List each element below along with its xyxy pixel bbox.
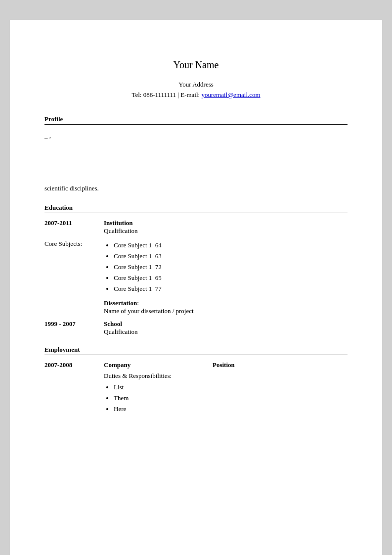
edu-qualification-0: Qualification <box>104 227 348 235</box>
employment-entry-0: 2007-2008 Company Position Duties & Resp… <box>44 361 348 415</box>
employment-divider <box>44 355 348 355</box>
header-section: Your Name Your Address Tel: 086-1111111 … <box>44 59 348 100</box>
resume-page: Your Name Your Address Tel: 086-1111111 … <box>10 20 382 555</box>
subject-item-0: Core Subject 1 64 <box>114 240 348 251</box>
subject-item-4: Core Subject 1 77 <box>114 283 348 294</box>
emp-years-0: 2007-2008 <box>44 361 104 415</box>
profile-title: Profile <box>44 115 348 123</box>
education-entry-1: 1999 - 2007 School Qualification <box>44 320 348 336</box>
edu-institution-1: School <box>104 320 348 328</box>
dissertation-name: Name of your dissertation / project <box>104 307 348 315</box>
education-divider <box>44 213 348 213</box>
profile-section: Profile _ , scientific disciplines. <box>44 115 348 194</box>
profile-line2 <box>44 143 348 154</box>
name-heading: Your Name <box>44 59 348 71</box>
emp-company-0: Company <box>104 361 213 369</box>
profile-line3 <box>44 157 348 167</box>
edu-details-0: Institution Qualification <box>104 219 348 235</box>
emp-header-row-0: Company Position <box>104 361 348 369</box>
education-title: Education <box>44 204 348 212</box>
dissertation-label: Dissertation <box>104 299 137 307</box>
address-line: Your Address <box>44 80 348 90</box>
employment-section: Employment 2007-2008 Company Position Du… <box>44 346 348 415</box>
duty-item-2: Here <box>114 404 348 415</box>
profile-line4 <box>44 170 348 181</box>
edu-years-0: 2007-2011 <box>44 219 104 235</box>
edu-institution-0: Institution <box>104 219 348 227</box>
subject-item-1: Core Subject 1 63 <box>114 251 348 262</box>
dissertation-colon: : <box>137 299 139 307</box>
core-subjects-label: Core Subjects: <box>44 240 104 294</box>
core-subjects-row: Core Subjects: Core Subject 1 64 Core Su… <box>44 240 348 294</box>
education-entry-0: 2007-2011 Institution Qualification <box>44 219 348 235</box>
profile-line5: scientific disciplines. <box>44 184 348 194</box>
edu-details-1: School Qualification <box>104 320 348 336</box>
duties-list-0: List Them Here <box>104 382 348 415</box>
duty-item-1: Them <box>114 393 348 404</box>
edu-qualification-1: Qualification <box>104 328 348 336</box>
contact-line: Tel: 086-1111111 | E-mail: youremail@ema… <box>44 90 348 100</box>
dissertation-block: Dissertation: Name of your dissertation … <box>104 299 348 315</box>
emp-position-0: Position <box>213 361 235 369</box>
education-section: Education 2007-2011 Institution Qualific… <box>44 204 348 336</box>
duties-label-0: Duties & Responsibilities: <box>104 372 348 380</box>
profile-divider <box>44 124 348 125</box>
profile-line1: _ , <box>44 131 348 141</box>
employment-title: Employment <box>44 346 348 354</box>
edu-years-1: 1999 - 2007 <box>44 320 104 336</box>
tel-label: Tel: 086-1111111 | E-mail: <box>131 91 201 98</box>
subject-item-2: Core Subject 1 72 <box>114 262 348 273</box>
email-link[interactable]: youremail@email.com <box>201 91 260 98</box>
subject-item-3: Core Subject 1 65 <box>114 273 348 283</box>
address-block: Your Address Tel: 086-1111111 | E-mail: … <box>44 80 348 100</box>
core-subjects-list: Core Subject 1 64 Core Subject 1 63 Core… <box>104 240 348 294</box>
duty-item-0: List <box>114 382 348 393</box>
emp-details-0: Company Position Duties & Responsibiliti… <box>104 361 348 415</box>
